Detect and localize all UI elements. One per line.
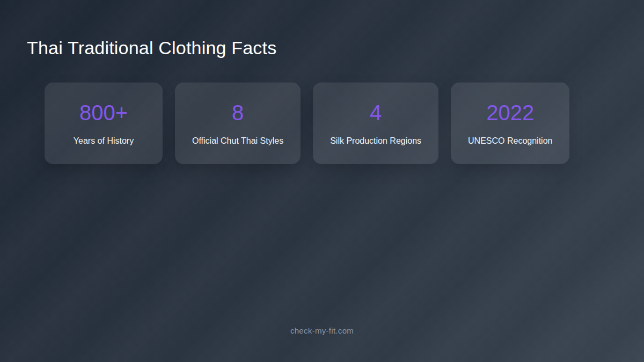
stat-label: Years of History: [74, 136, 134, 146]
page-title: Thai Traditional Clothing Facts: [27, 38, 276, 58]
stat-card-chut-thai-styles: 8 Official Chut Thai Styles: [175, 83, 301, 164]
stat-value: 8: [232, 101, 244, 124]
stat-label: Silk Production Regions: [330, 136, 421, 146]
stat-card-silk-regions: 4 Silk Production Regions: [313, 83, 438, 164]
stat-value: 2022: [486, 101, 534, 124]
stat-card-unesco: 2022 UNESCO Recognition: [451, 83, 569, 164]
stat-cards-row: 800+ Years of History 8 Official Chut Th…: [45, 83, 569, 164]
stat-card-years-of-history: 800+ Years of History: [45, 83, 163, 164]
infographic-page: Thai Traditional Clothing Facts 800+ Yea…: [0, 0, 644, 362]
stat-label: UNESCO Recognition: [468, 136, 552, 146]
site-watermark: check-my-fit.com: [0, 326, 644, 335]
stat-value: 800+: [79, 101, 128, 124]
stat-value: 4: [370, 101, 382, 124]
stat-label: Official Chut Thai Styles: [192, 136, 283, 146]
